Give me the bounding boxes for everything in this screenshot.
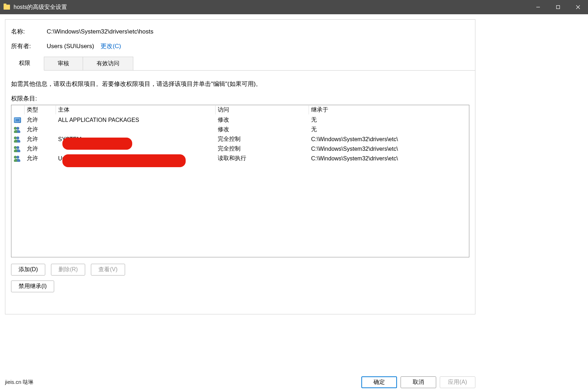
svg-rect-1 (557, 6, 560, 9)
row-icon-cell (11, 126, 24, 134)
add-button[interactable]: 添加(D) (11, 264, 45, 276)
apply-button[interactable]: 应用(A) (440, 376, 475, 388)
owner-value: Users (SU\Users) (47, 43, 94, 50)
owner-row: 所有者: Users (SU\Users) 更改(C) (11, 42, 469, 50)
titlebar: hosts的高级安全设置 (0, 0, 588, 14)
row-inherit: C:\Windows\System32\drivers\etc\ (309, 135, 469, 143)
row-icon-cell (11, 155, 24, 163)
folder-icon (4, 5, 10, 10)
table-row[interactable]: 允许ALL APPLICATION PACKAGES修改无 (11, 115, 469, 125)
disable-inherit-button[interactable]: 禁用继承(I) (11, 281, 54, 292)
workspace: 名称: C:\Windows\System32\drivers\etc\host… (0, 14, 480, 391)
col-access-header[interactable]: 访问 (215, 106, 309, 114)
row-icon-cell (11, 116, 24, 124)
cancel-button[interactable]: 取消 (401, 376, 436, 388)
window-title: hosts的高级安全设置 (14, 4, 67, 11)
table-header: 类型 主体 访问 继承于 (11, 105, 469, 115)
col-icon-header (11, 109, 24, 111)
name-row: 名称: C:\Windows\System32\drivers\etc\host… (11, 27, 469, 36)
row-type: 允许 (24, 154, 56, 163)
name-label: 名称: (11, 27, 47, 36)
name-value: C:\Windows\System32\drivers\etc\hosts (47, 28, 153, 35)
remove-button[interactable]: 删除(R) (51, 264, 85, 276)
button-row-2: 禁用继承(I) (11, 281, 469, 292)
row-access: 读取和执行 (215, 154, 309, 163)
row-access: 修改 (215, 115, 309, 124)
tab-audit[interactable]: 审核 (44, 57, 83, 70)
row-inherit: 无 (309, 125, 469, 134)
button-row-1: 添加(D) 删除(R) 查看(V) (11, 264, 469, 276)
row-principal (56, 129, 215, 130)
row-access: 完全控制 (215, 135, 309, 144)
row-type: 允许 (24, 135, 56, 144)
dialog-body: 名称: C:\Windows\System32\drivers\etc\host… (5, 19, 475, 314)
maximize-button[interactable] (548, 0, 568, 14)
list-label: 权限条目: (11, 94, 469, 103)
tab-permissions[interactable]: 权限 (5, 57, 44, 71)
view-button[interactable]: 查看(V) (91, 264, 125, 276)
change-owner-link[interactable]: 更改(C) (100, 42, 121, 50)
minimize-button[interactable] (528, 0, 548, 14)
permissions-table: 类型 主体 访问 继承于 允许ALL APPLICATION PACKAGES修… (11, 105, 469, 257)
redaction-mark (62, 138, 132, 150)
row-icon-cell (11, 135, 24, 143)
close-button[interactable] (568, 0, 588, 14)
row-access: 完全控制 (215, 144, 309, 153)
col-principal-header[interactable]: 主体 (56, 106, 215, 114)
owner-label: 所有者: (11, 42, 47, 50)
row-inherit: C:\Windows\System32\drivers\etc\ (309, 145, 469, 153)
row-principal: ALL APPLICATION PACKAGES (56, 116, 215, 124)
row-inherit: 无 (309, 115, 469, 124)
redaction-mark (62, 154, 186, 167)
tabs: 权限 审核 有效访问 (5, 57, 475, 71)
row-icon-cell (11, 145, 24, 153)
users-icon (14, 127, 21, 133)
users-icon (14, 137, 21, 142)
window-controls (528, 0, 588, 14)
footer-buttons: 确定 取消 应用(A) (361, 376, 475, 388)
col-inherit-header[interactable]: 继承于 (309, 106, 469, 114)
users-icon (14, 146, 21, 152)
info-text: 如需其他信息，请双击权限项目。若要修改权限项目，请选择该项目并单击"编辑"(如果… (11, 80, 469, 88)
col-type-header[interactable]: 类型 (24, 106, 56, 114)
row-access: 修改 (215, 125, 309, 134)
footer-bar: jieis.cn 哒琳 确定 取消 应用(A) (0, 373, 480, 391)
tab-effective-access[interactable]: 有效访问 (83, 57, 133, 70)
row-inherit: C:\Windows\System32\drivers\etc\ (309, 155, 469, 163)
watermark: jieis.cn 哒琳 (5, 379, 33, 386)
row-type: 允许 (24, 115, 56, 124)
app-package-icon (14, 117, 21, 123)
ok-button[interactable]: 确定 (361, 376, 397, 388)
table-row[interactable]: 允许修改无 (11, 125, 469, 134)
users-icon (14, 156, 21, 161)
row-type: 允许 (24, 125, 56, 134)
row-type: 允许 (24, 144, 56, 153)
right-padding (480, 14, 588, 391)
